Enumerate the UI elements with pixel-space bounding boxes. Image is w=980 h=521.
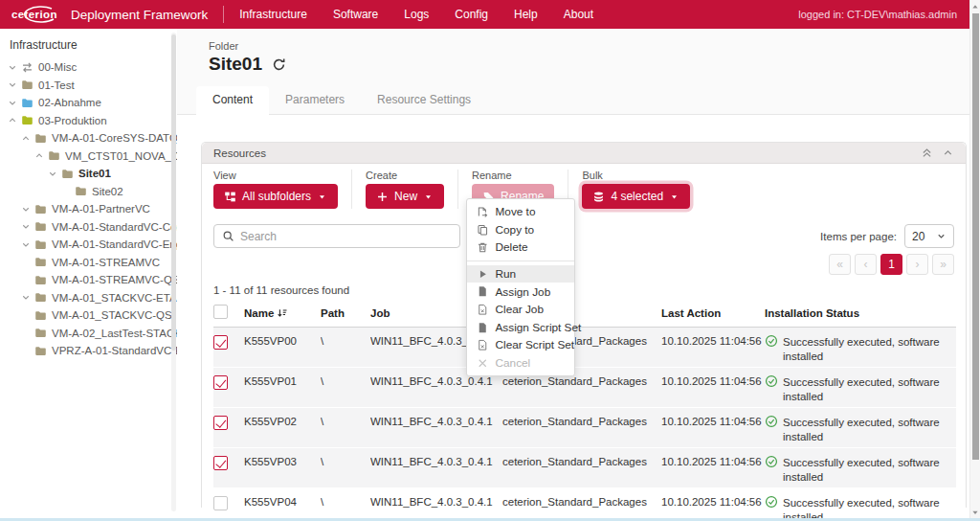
nav-item[interactable]: Logs (404, 8, 429, 21)
chevron-down-icon[interactable] (19, 292, 33, 303)
tree-item[interactable]: 00-Misc (0, 58, 177, 77)
column-header-last-action[interactable]: Last Action (661, 301, 765, 328)
all-subfolders-button[interactable]: All subfolders (213, 184, 338, 209)
chevron-up-icon[interactable] (942, 147, 954, 159)
folder-icon (21, 97, 33, 109)
chevron-down-icon[interactable] (19, 221, 33, 232)
tab[interactable]: Resource Settings (361, 86, 487, 114)
chevron-down-icon[interactable] (6, 79, 19, 90)
menu-item[interactable]: Assign Script Set (467, 319, 574, 337)
sidebar-scrollbar-thumb[interactable] (171, 34, 176, 351)
table-row[interactable]: K555VP01 \ WIN11_BFC_4.0.3_0.4.1 ceterio… (213, 368, 956, 408)
tree-item-label: Site01 (78, 168, 111, 179)
tab[interactable]: Parameters (269, 86, 361, 114)
row-checkbox[interactable] (213, 416, 228, 430)
pagination: « ‹ 1 › » (829, 254, 954, 275)
tree-item[interactable]: VM-A-02_LastTest-STACKVC-ETA (0, 325, 177, 343)
cell-path: \ (321, 328, 370, 368)
tree-item[interactable]: VM-A-01-CoreSYS-DATQS (0, 129, 177, 147)
tree-item[interactable]: VM-A-01_STACKVC-QS (0, 306, 177, 325)
tree-chevron-icon[interactable] (59, 186, 73, 196)
triangle-up-icon[interactable] (970, 1, 980, 12)
table-row[interactable]: K555VP03 \ WIN11_BFC_4.0.3_0.4.1 ceterio… (213, 448, 956, 488)
menu-item[interactable]: Clear Job (467, 301, 574, 319)
column-header-name[interactable]: Name (244, 301, 321, 328)
cell-installation-status: Successfully executed, software installe… (765, 408, 956, 448)
select-all-checkbox[interactable] (213, 305, 228, 319)
tree-item[interactable]: Site02 (0, 183, 177, 201)
bulk-selected-button[interactable]: 4 selected (582, 184, 690, 209)
tree-item[interactable]: VM_CTST01_NOVA_CoreSYS-DA (0, 147, 177, 166)
row-checkbox[interactable] (213, 375, 228, 390)
column-header-installation-status[interactable]: Installation Status (765, 301, 956, 328)
nav-item[interactable]: About (564, 8, 593, 21)
column-header-path[interactable]: Path (321, 301, 370, 328)
tree-item[interactable]: Site01 (0, 165, 177, 183)
menu-item[interactable]: Delete (467, 238, 574, 257)
refresh-icon[interactable] (272, 57, 286, 72)
nav-item[interactable]: Config (455, 8, 488, 21)
table-row[interactable]: K555VP00 \ WIN11_BFC_4.0.3_0.4.1 ceterio… (213, 328, 956, 368)
tree-chevron-icon[interactable] (19, 328, 33, 338)
tree-item[interactable]: VM-A-01_STACKVC-ETA (0, 289, 177, 307)
items-per-page-select[interactable]: 20 (904, 224, 954, 248)
tree-chevron-icon[interactable] (19, 275, 33, 285)
chevron-down-icon[interactable] (46, 169, 59, 179)
tree-chevron-icon[interactable] (19, 310, 33, 321)
success-icon (765, 374, 778, 388)
search-input[interactable] (240, 230, 452, 243)
nav-item[interactable]: Software (333, 8, 378, 21)
row-checkbox[interactable] (213, 335, 228, 350)
tree-item[interactable]: VM-A-01-StandardVC-Core (0, 218, 177, 237)
tree-item[interactable]: VM-A-01-StandardVC-Engineerin (0, 236, 177, 254)
triangle-down-icon[interactable] (970, 507, 980, 518)
tree-item[interactable]: 03-Produktion (0, 112, 177, 130)
menu-item[interactable]: Move to (467, 203, 574, 221)
tree-item[interactable]: VM-A-01-STREAMVC-QS (0, 271, 177, 289)
menu-item[interactable]: Copy to (467, 221, 574, 239)
chevron-down-icon[interactable] (6, 98, 19, 108)
chevrons-up-icon[interactable] (921, 147, 933, 159)
scrollbar-thumb[interactable] (972, 13, 979, 460)
tab[interactable]: Content (196, 86, 269, 114)
cell-path: \ (321, 448, 370, 488)
next-page-button[interactable]: › (906, 254, 928, 275)
menu-item[interactable]: Run (467, 265, 574, 283)
tree-item[interactable]: 01-Test (0, 77, 177, 95)
chevron-down-icon[interactable] (19, 239, 33, 250)
cell-last-action: 10.10.2025 11:04:56 (661, 488, 765, 521)
window-scrollbar[interactable] (969, 0, 980, 521)
chevron-up-icon[interactable] (33, 150, 46, 161)
chevron-down-icon[interactable] (6, 62, 19, 73)
cell-name: K555VP03 (244, 448, 321, 488)
tree-item[interactable]: VPRZ-A-01-StandardVC-ETA (0, 342, 177, 360)
assign-script-set-icon (477, 322, 489, 334)
tree-item[interactable]: VM-A-01-STREAMVC (0, 254, 177, 272)
row-checkbox[interactable] (213, 456, 228, 470)
tree-item[interactable]: 02-Abnahme (0, 94, 177, 112)
menu-item[interactable]: Assign Job (467, 283, 574, 301)
chevron-up-icon[interactable] (6, 115, 19, 125)
nav-item[interactable]: Infrastructure (239, 8, 307, 21)
sidebar-scrollbar[interactable] (171, 33, 176, 511)
menu-item[interactable]: Cancel (467, 354, 574, 373)
table-row[interactable]: K555VP04 \ WIN11_BFC_4.0.3_0.4.1 ceterio… (213, 488, 956, 521)
cell-package: ceterion_Standard_Packages (502, 408, 661, 448)
prev-page-button[interactable]: ‹ (855, 254, 877, 275)
caret-down-icon (317, 192, 327, 202)
table-row[interactable]: K555VP02 \ WIN11_BFC_4.0.3_0.4.1 ceterio… (213, 408, 956, 448)
first-page-button[interactable]: « (829, 254, 851, 275)
chevron-up-icon[interactable] (19, 133, 33, 144)
new-button[interactable]: New (366, 184, 444, 209)
layers-icon (592, 191, 605, 203)
tree-chevron-icon[interactable] (19, 257, 33, 267)
row-checkbox[interactable] (213, 496, 228, 510)
chevron-down-icon[interactable] (19, 204, 33, 215)
nav-item[interactable]: Help (514, 8, 538, 21)
page-1-button[interactable]: 1 (880, 254, 902, 275)
tree-chevron-icon[interactable] (19, 346, 33, 356)
last-page-button[interactable]: » (932, 254, 954, 275)
tree-item-label: VM-A-01-StandardVC-Core (52, 221, 177, 233)
menu-item[interactable]: Clear Script Set (467, 336, 574, 354)
tree-item[interactable]: VM-A-01-PartnerVC (0, 200, 177, 218)
